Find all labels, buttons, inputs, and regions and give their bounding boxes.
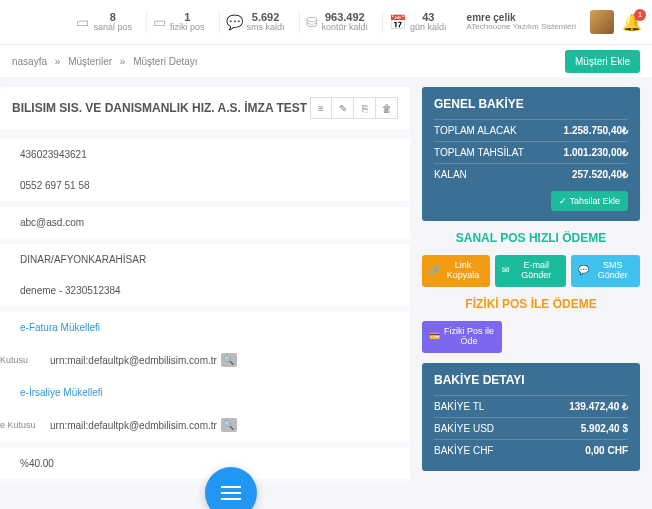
search-icon[interactable]: 🔍 xyxy=(221,353,237,367)
field-note: deneme - 3230512384 xyxy=(0,275,410,306)
search-icon[interactable]: 🔍 xyxy=(221,418,237,432)
crumb-detail: Müşteri Detayı xyxy=(133,56,197,67)
field-phone: 0552 697 51 58 xyxy=(0,170,410,201)
stat-kontor: ⛁ 963.492kontör kaldı xyxy=(299,11,375,33)
stat-sms: 💬 5.692sms kaldı xyxy=(219,11,291,33)
add-payment-button[interactable]: ✓ Tahsilat Ekle xyxy=(551,191,628,211)
card-icon: ▭ xyxy=(153,14,166,30)
field-efatura-urn: Kutusu urn:mail:defaultpk@edmbilisim.com… xyxy=(0,343,410,377)
copy-icon[interactable]: ⎘ xyxy=(354,97,376,119)
topbar: ▭ 8sanal pos ▭ 1fiziki pos 💬 5.692sms ka… xyxy=(0,0,652,45)
crumb-customers[interactable]: Müşteriler xyxy=(68,56,112,67)
user-company: ATechnoone Yazılım Sistemleri xyxy=(467,23,576,32)
user-info[interactable]: emre çelik ATechnoone Yazılım Sistemleri xyxy=(461,12,582,32)
stat-label: kontör kaldı xyxy=(322,23,369,33)
field-efatura: e-Fatura Mükellefi xyxy=(0,312,410,343)
copy-link-button[interactable]: 🔗Link Kopyala xyxy=(422,255,490,287)
field-vkn: 436023943621 xyxy=(0,139,410,170)
send-sms-button[interactable]: 💬SMS Gönder xyxy=(571,255,640,287)
detail-row: BAKİYE USD5.902,40 $ xyxy=(434,417,628,439)
field-eirsaliye: e-İrsaliye Mükellefi xyxy=(0,377,410,408)
stat-gun: 📅 43gün kaldı xyxy=(382,11,453,33)
field-email: abc@asd.com xyxy=(0,207,410,238)
delete-icon[interactable]: 🗑 xyxy=(376,97,398,119)
detail-row: BAKİYE TL139.472,40 ₺ xyxy=(434,395,628,417)
stat-label: fiziki pos xyxy=(170,23,205,33)
detail-title: BAKİYE DETAYI xyxy=(434,373,628,387)
notif-badge: 1 xyxy=(634,9,646,21)
balance-card: GENEL BAKİYE TOPLAM ALACAK1.258.750,40₺ … xyxy=(422,87,640,221)
balance-title: GENEL BAKİYE xyxy=(434,97,628,111)
fiziki-pos-button[interactable]: 💳Fiziki Pos ile Öde xyxy=(422,321,502,353)
calendar-icon: 📅 xyxy=(389,14,406,30)
chat-icon: 💬 xyxy=(226,14,243,30)
crumb-home[interactable]: nasayfa xyxy=(12,56,47,67)
breadcrumb: nasayfa » Müşteriler » Müşteri Detayı Mü… xyxy=(0,45,652,77)
notifications-icon[interactable]: 🔔1 xyxy=(622,13,642,32)
balance-row: TOPLAM TAHSİLAT1.001.230,00₺ xyxy=(434,141,628,163)
stat-fiziki-pos: ▭ 1fiziki pos xyxy=(146,11,211,33)
field-city: DINAR/AFYONKARAHİSAR xyxy=(0,244,410,275)
send-email-button[interactable]: ✉E-mail Gönder xyxy=(495,255,566,287)
list-icon[interactable]: ≡ xyxy=(310,97,332,119)
field-rate: %40.00 xyxy=(0,448,410,479)
card-icon: ▭ xyxy=(76,14,89,30)
sanal-pos-title: SANAL POS HIZLI ÖDEME xyxy=(422,231,640,245)
field-eirsaliye-urn: e Kutusu urn:mail:defaultpk@edmbilisim.c… xyxy=(0,408,410,442)
stat-label: gün kaldı xyxy=(410,23,447,33)
balance-row: KALAN257.520,40₺ xyxy=(434,163,628,185)
fiziki-pos-title: FİZİKİ POS İLE ÖDEME xyxy=(422,297,640,311)
database-icon: ⛁ xyxy=(306,14,318,30)
customer-panel: BILISIM SIS. VE DANISMANLIK HIZ. A.S. İM… xyxy=(0,87,410,485)
add-customer-button[interactable]: Müşteri Ekle xyxy=(565,50,640,73)
detail-row: BAKİYE CHF0,00 CHF xyxy=(434,439,628,461)
customer-title: BILISIM SIS. VE DANISMANLIK HIZ. A.S. İM… xyxy=(12,101,307,115)
balance-detail-card: BAKİYE DETAYI BAKİYE TL139.472,40 ₺ BAKİ… xyxy=(422,363,640,471)
customer-actions: ≡ ✎ ⎘ 🗑 xyxy=(310,97,398,119)
balance-row: TOPLAM ALACAK1.258.750,40₺ xyxy=(434,119,628,141)
avatar[interactable] xyxy=(590,10,614,34)
stat-sanal-pos: ▭ 8sanal pos xyxy=(70,11,138,33)
stat-label: sanal pos xyxy=(93,23,132,33)
edit-icon[interactable]: ✎ xyxy=(332,97,354,119)
stat-label: sms kaldı xyxy=(247,23,285,33)
